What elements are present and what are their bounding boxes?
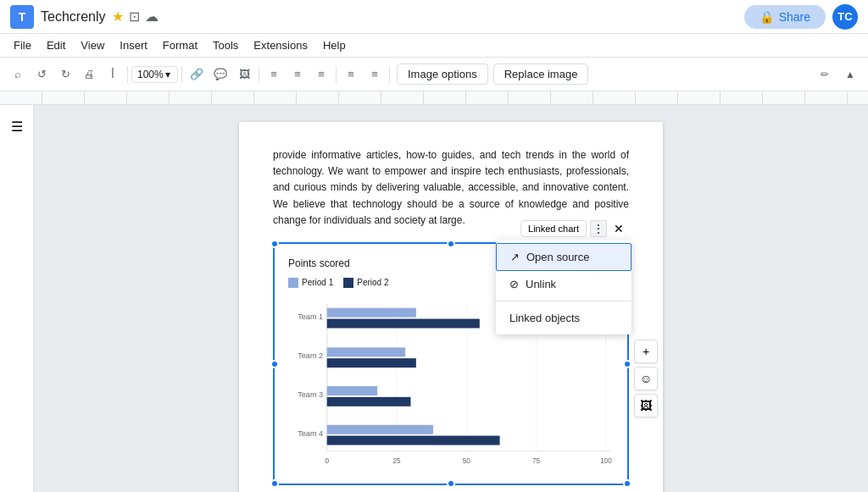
toolbar-sep-1: [127, 66, 128, 83]
align-left-btn[interactable]: ≡: [263, 64, 285, 86]
ruler: [0, 91, 868, 105]
menu-help[interactable]: Help: [316, 37, 353, 53]
doc-page: provide informative articles, how-to gui…: [239, 122, 663, 492]
team4-period1-bar: [327, 425, 433, 434]
float-face-btn[interactable]: ☺: [634, 367, 658, 390]
svg-text:50: 50: [463, 457, 471, 465]
menu-tools[interactable]: Tools: [206, 37, 245, 53]
menu-edit[interactable]: Edit: [40, 37, 72, 53]
app-title: Techcrenly: [41, 9, 105, 25]
legend-color-period1: [288, 278, 298, 288]
legend-color-period2: [343, 278, 353, 288]
app-logo: T: [10, 5, 34, 29]
float-add-btn[interactable]: +: [634, 340, 658, 363]
share-icon: 🔒: [760, 10, 774, 24]
image-options-button[interactable]: Image options: [397, 64, 488, 85]
undo-btn[interactable]: ↺: [31, 64, 53, 86]
toolbar-sep-4: [336, 66, 337, 83]
svg-text:100: 100: [600, 457, 612, 465]
y-label-team1: Team 1: [298, 312, 323, 321]
ruler-content: [0, 91, 868, 104]
list-btn[interactable]: ≡: [340, 64, 362, 86]
open-source-item[interactable]: ↗ Open source: [496, 243, 632, 271]
main-area: ☰ provide informative articles, how-to g…: [0, 105, 868, 492]
linked-chart-label: Linked chart: [528, 224, 579, 234]
menu-bar: File Edit View Insert Format Tools Exten…: [0, 34, 868, 58]
cloud-icon[interactable]: ☁: [145, 8, 159, 25]
open-source-icon: ↗: [510, 251, 520, 263]
svg-text:0: 0: [325, 457, 329, 465]
y-label-team2: Team 2: [298, 351, 323, 360]
linked-chart-controls: Linked chart ⋮ ↗ Open source ⊘: [520, 220, 627, 237]
legend-period2: Period 2: [343, 278, 388, 288]
print-btn[interactable]: 🖨: [78, 64, 100, 86]
redo-btn[interactable]: ↻: [54, 64, 76, 86]
menu-extensions[interactable]: Extensions: [247, 37, 314, 53]
linked-chart-menu-btn[interactable]: ⋮ ↗ Open source ⊘ Unlink: [590, 220, 607, 237]
comment-btn[interactable]: 💬: [209, 64, 231, 86]
toolbar-sep-2: [181, 66, 182, 83]
folder-icon[interactable]: ⊡: [129, 8, 140, 25]
align-right-btn[interactable]: ≡: [310, 64, 332, 86]
doc-area: provide informative articles, how-to gui…: [34, 105, 868, 492]
share-button[interactable]: 🔒 Share: [744, 5, 826, 29]
search-tool-btn[interactable]: ⌕: [7, 64, 29, 86]
left-sidebar: ☰: [0, 105, 34, 492]
team2-period1-bar: [327, 347, 405, 357]
expand-icon[interactable]: ✕: [610, 220, 627, 237]
resize-handle-top[interactable]: [447, 240, 455, 248]
svg-text:25: 25: [392, 457, 401, 465]
replace-image-button[interactable]: Replace image: [493, 64, 589, 85]
link-btn[interactable]: 🔗: [186, 64, 208, 86]
linked-objects-item[interactable]: Linked objects: [496, 305, 632, 331]
team1-period1-bar: [327, 308, 416, 318]
resize-handle-bottom[interactable]: [447, 479, 455, 488]
team2-period2-bar: [327, 358, 416, 368]
y-label-team4: Team 4: [298, 429, 323, 438]
menu-view[interactable]: View: [74, 37, 111, 53]
star-icon[interactable]: ★: [112, 8, 124, 25]
avatar[interactable]: TC: [832, 4, 858, 30]
menu-format[interactable]: Format: [156, 37, 204, 53]
team3-period1-bar: [327, 386, 377, 395]
resize-handle-left[interactable]: [270, 360, 279, 368]
unlink-icon: ⊘: [509, 278, 519, 290]
unlink-item[interactable]: ⊘ Unlink: [496, 271, 632, 297]
chart-container[interactable]: Linked chart ⋮ ↗ Open source ⊘: [273, 242, 629, 485]
svg-text:75: 75: [532, 457, 541, 465]
team4-period2-bar: [327, 436, 500, 445]
image-btn[interactable]: 🖼: [233, 64, 255, 86]
team3-period2-bar: [327, 397, 411, 406]
toolbar-sep-3: [259, 66, 259, 83]
spell-check-btn[interactable]: ꟾ: [102, 64, 124, 86]
toolbar-sep-5: [389, 66, 390, 83]
align-center-btn[interactable]: ≡: [287, 64, 309, 86]
resize-handle-bl[interactable]: [270, 479, 279, 488]
toolbar-right: ✏ ▲: [814, 64, 861, 86]
body-text: provide informative articles, how-to gui…: [273, 147, 629, 229]
menu-file[interactable]: File: [7, 37, 38, 53]
dropdown-sep: [496, 301, 632, 301]
menu-insert[interactable]: Insert: [113, 37, 154, 53]
chevron-up-btn[interactable]: ▲: [839, 64, 861, 86]
edit-pencil-btn[interactable]: ✏: [814, 64, 836, 86]
linked-chart-btn[interactable]: Linked chart: [520, 220, 587, 237]
resize-handle-tl[interactable]: [270, 240, 279, 248]
title-bar: T Techcrenly ★ ⊡ ☁ 🔒 Share TC: [0, 0, 868, 34]
linked-chart-dropdown: ↗ Open source ⊘ Unlink Linked objects: [496, 240, 632, 334]
right-float-buttons: + ☺ 🖼: [634, 340, 658, 417]
team1-period2-bar: [327, 318, 480, 328]
zoom-selector[interactable]: 100% ▾: [131, 66, 178, 83]
ordered-list-btn[interactable]: ≡: [364, 64, 386, 86]
legend-period1: Period 1: [288, 278, 333, 288]
y-label-team3: Team 3: [298, 390, 323, 399]
float-image-btn[interactable]: 🖼: [634, 394, 658, 417]
outline-icon[interactable]: ☰: [4, 113, 30, 139]
resize-handle-br[interactable]: [623, 479, 632, 488]
resize-handle-right[interactable]: [623, 360, 632, 368]
toolbar: ⌕ ↺ ↻ 🖨 ꟾ 100% ▾ 🔗 💬 🖼 ≡ ≡ ≡ ≡ ≡ Image o…: [0, 58, 868, 91]
